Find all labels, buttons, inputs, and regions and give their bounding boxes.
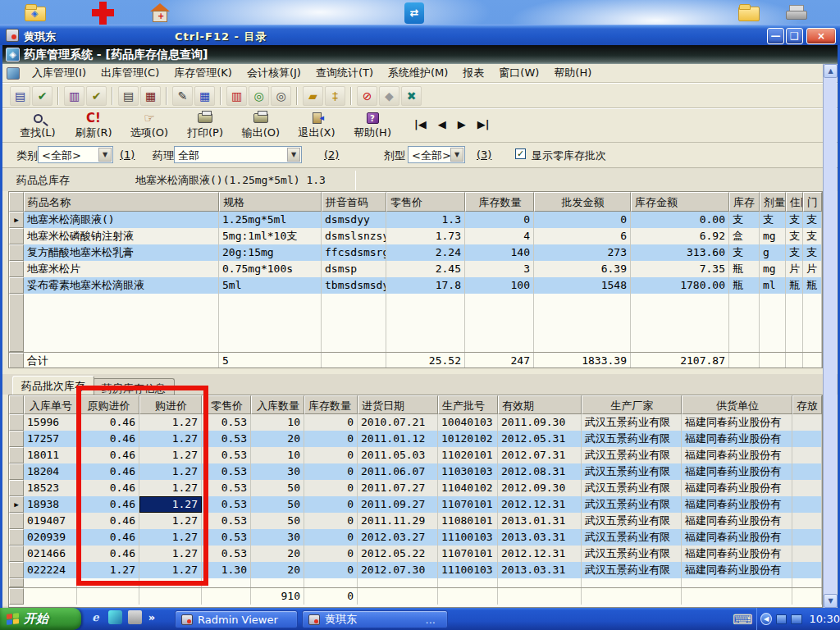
row-marker[interactable] [9,431,24,447]
dose-unit-cell[interactable]: g [760,244,786,261]
stock-amount-cell[interactable]: 0.00 [631,212,729,228]
stock-qty-cell[interactable]: 140 [465,244,534,261]
outpatient-unit-cell[interactable]: 支 [803,212,822,228]
spec-cell[interactable]: 5mg:1ml*10支 [219,228,322,244]
purchase-date-cell[interactable]: 2012.03.27 [358,529,438,546]
inbound-qty-cell[interactable]: 30 [251,463,304,480]
dose-unit-cell[interactable]: 支 [760,212,786,228]
batch-no-cell[interactable]: 11040102 [438,480,498,496]
dose-unit-cell[interactable]: ml [760,277,786,294]
manufacturer-cell[interactable]: 武汉五景药业有限 [582,447,682,463]
inbound-qty-cell[interactable]: 30 [251,529,304,546]
drug-row[interactable]: 地塞米松磷酸钠注射液 5mg:1ml*10支 dsmslsnzsy 1.73 4… [9,228,822,244]
stock-qty-cell[interactable]: 0 [304,562,358,578]
refresh-button[interactable]: C! 刷新(R) [68,111,119,142]
expiry-cell[interactable]: 2012.05.31 [498,431,582,447]
stock-qty-cell[interactable]: 0 [304,463,358,480]
drug-row[interactable]: 地塞米松片 0.75mg*100s dsmsp 2.45 3 6.39 7.35… [9,261,822,277]
inpatient-unit-cell[interactable]: 瓶 [786,277,803,294]
folder-cash-icon[interactable]: ▰ [303,86,323,106]
inbound-no-cell[interactable]: 020939 [24,529,77,546]
stock-qty-cell[interactable] [465,294,534,352]
batch-no-cell[interactable]: 11070101 [438,546,498,562]
remote-connection-icon[interactable] [791,614,801,624]
stock-qty-cell[interactable]: 0 [304,496,358,513]
close-button[interactable]: × [806,28,836,44]
row-marker[interactable] [9,562,24,578]
purchase-date-cell[interactable]: 2011.05.03 [358,447,438,463]
internet-explorer-icon[interactable]: e [89,610,103,624]
inbound-qty-cell[interactable]: 20 [251,431,304,447]
drug-name-cell[interactable]: 地塞米松磷酸钠注射液 [24,228,219,244]
tray-chevron-icon[interactable]: ◀ [760,613,772,625]
stock-qty-cell[interactable]: 3 [465,261,534,277]
retail-price-cell[interactable]: 0.53 [202,463,251,480]
inbound-no-cell[interactable]: 18938 [24,496,77,513]
calculator-icon[interactable] [128,610,142,624]
chevron-down-icon[interactable]: ▼ [287,148,300,162]
drug-row[interactable] [9,294,822,352]
chevron-down-icon[interactable]: ▼ [450,148,463,162]
purchase-date-cell[interactable]: 2011.01.12 [358,431,438,447]
inpatient-unit-cell[interactable]: 支 [786,228,803,244]
menu-query[interactable]: 查询统计(T) [308,64,381,82]
spec-cell[interactable]: 0.75mg*100s [219,261,322,277]
inbound-qty-cell[interactable]: 20 [251,562,304,578]
inpatient-unit-cell[interactable]: 片 [786,261,803,277]
storage-cell[interactable] [792,463,822,480]
outpatient-unit-cell[interactable]: 瓶 [803,277,822,294]
stock-unit-cell[interactable]: 瓶 [729,277,760,294]
storage-cell[interactable] [792,480,822,496]
inbound-qty-cell[interactable]: 50 [251,480,304,496]
storage-cell[interactable] [792,546,822,562]
dose-unit-cell[interactable]: mg [760,228,786,244]
supplier-cell[interactable]: 福建同春药业股份有 [682,496,792,513]
manufacturer-cell[interactable]: 武汉五景药业有限 [582,496,682,513]
outpatient-unit-cell[interactable]: 支 [803,228,822,244]
retail-price-cell[interactable]: 2.45 [386,261,465,277]
retail-price-cell[interactable]: 0.53 [202,431,251,447]
row-marker[interactable] [9,513,24,529]
expiry-cell[interactable]: 2013.03.31 [498,529,582,546]
close-grid-icon[interactable]: ✖ [401,86,422,106]
batch-no-cell[interactable]: 10040103 [438,414,498,431]
quick-launch-overflow-chevron[interactable]: » [148,610,156,624]
row-marker[interactable] [9,463,24,480]
inbound-no-cell[interactable]: 15996 [24,414,77,431]
desktop-icon-mail-folder[interactable]: ◈ [23,2,48,25]
batch-no-cell[interactable]: 11070101 [438,496,498,513]
menu-help[interactable]: 帮助(H) [546,64,599,82]
wholesale-cell[interactable]: 273 [534,244,631,261]
drug-row[interactable]: ▶ 地塞米松滴眼液() 1.25mg*5ml dsmsdyy 1.3 0 0 0… [9,212,822,228]
menu-reports[interactable]: 报表 [455,64,491,82]
purchase-date-cell[interactable]: 2011.06.07 [358,463,438,480]
maximize-button[interactable]: ❑ [786,28,803,44]
manufacturer-cell[interactable]: 武汉五景药业有限 [582,513,682,529]
purchase-date-cell[interactable]: 2011.11.29 [358,513,438,529]
outpatient-unit-cell[interactable]: 支 [803,244,822,261]
find-button[interactable]: 查找(L) [12,111,63,142]
key-icon[interactable]: ‡ [325,86,345,106]
vertical-scrollbar[interactable]: ▲ ▼ [823,64,837,608]
prev-record-button[interactable]: ◀ [438,118,446,130]
copy-doc-icon[interactable]: ▤ [118,86,139,106]
messenger-icon[interactable] [108,610,122,624]
wholesale-cell[interactable]: 6.39 [534,261,631,277]
inbound-no-cell[interactable]: 019407 [24,513,77,529]
manufacturer-cell[interactable]: 武汉五景药业有限 [582,480,682,496]
stock-unit-cell[interactable] [729,294,760,352]
outpatient-unit-cell[interactable] [803,294,822,352]
drug-name-cell[interactable]: 地塞米松片 [24,261,219,277]
expiry-cell[interactable]: 2013.01.31 [498,513,582,529]
storage-cell[interactable] [792,562,822,578]
retail-price-cell[interactable] [202,578,251,587]
save-note-icon[interactable]: ▤ [10,86,30,106]
stock-amount-cell[interactable]: 7.35 [631,261,729,277]
last-record-button[interactable]: ▶| [477,118,490,130]
pinyin-cell[interactable]: dsmsp [322,261,386,277]
category-select[interactable]: <全部> ▼ [38,146,113,163]
menu-maintain[interactable]: 系统维护(M) [381,64,455,82]
retail-price-cell[interactable]: 0.53 [202,414,251,431]
supplier-cell[interactable]: 福建同春药业股份有 [682,463,792,480]
retail-price-cell[interactable] [386,294,465,352]
